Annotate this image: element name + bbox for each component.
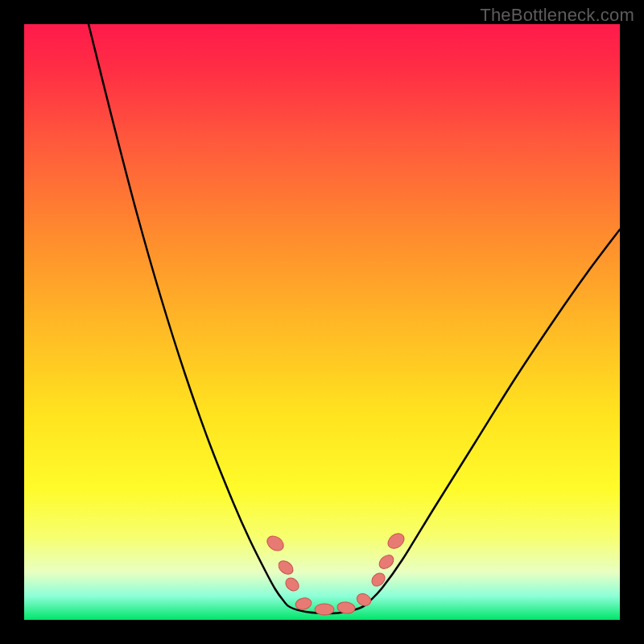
marker-right-2 xyxy=(377,552,396,572)
marker-right-3 xyxy=(385,530,407,551)
marker-bottom-1 xyxy=(295,597,312,611)
chart-frame: TheBottleneck.com xyxy=(0,0,644,644)
marker-bottom-2 xyxy=(315,604,334,615)
bottleneck-curve xyxy=(89,24,620,613)
marker-left-1 xyxy=(264,533,286,554)
plot-area xyxy=(24,24,620,620)
curve-svg xyxy=(24,24,620,620)
watermark-text: TheBottleneck.com xyxy=(480,5,634,26)
marker-bottom-4 xyxy=(355,592,373,608)
marker-left-3 xyxy=(283,576,302,593)
curve-group xyxy=(89,24,620,613)
marker-left-2 xyxy=(276,558,295,576)
